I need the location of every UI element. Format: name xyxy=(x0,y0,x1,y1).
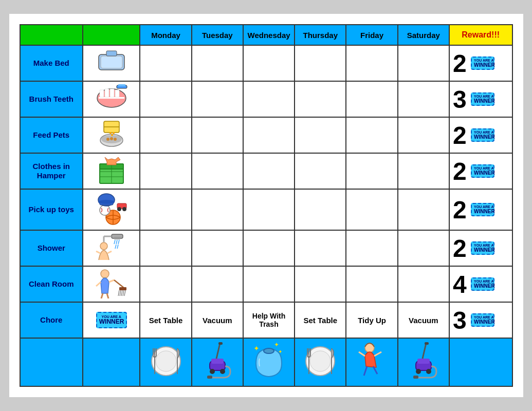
svg-point-71 xyxy=(220,369,225,374)
wednesday-feed-pets[interactable] xyxy=(243,117,295,153)
svg-rect-68 xyxy=(218,342,223,345)
tuesday-feed-pets[interactable] xyxy=(192,117,243,153)
plate-utensils-svg xyxy=(145,341,187,382)
reward-ticket: YOU ARE A WINNER xyxy=(471,57,494,70)
svg-rect-5 xyxy=(100,90,104,97)
thursday-make-bed[interactable] xyxy=(295,45,346,81)
monday-chore-task[interactable]: Set Table xyxy=(140,302,191,338)
thursday-pick-up-toys[interactable] xyxy=(295,189,346,230)
ticket-line2: WINNER xyxy=(474,170,491,176)
wednesday-clothes-hamper[interactable] xyxy=(243,153,295,189)
reward-chore: 3 YOU ARE A WINNER xyxy=(449,302,512,338)
ticket-line1: YOU ARE A xyxy=(474,279,491,284)
wednesday-brush-teeth[interactable] xyxy=(243,81,295,117)
tuesday-clothes-hamper[interactable] xyxy=(192,153,243,189)
friday-clean-room[interactable] xyxy=(346,266,397,302)
ticket-line2: WINNER xyxy=(474,247,491,253)
wednesday-clean-room[interactable] xyxy=(243,266,295,302)
saturday-brush-teeth[interactable] xyxy=(398,81,449,117)
svg-rect-4 xyxy=(99,97,124,99)
svg-line-58 xyxy=(124,290,125,296)
img-row-icon xyxy=(83,338,140,386)
friday-chore-task[interactable]: Tidy Up xyxy=(346,302,397,338)
svg-rect-2 xyxy=(106,51,117,56)
svg-point-33 xyxy=(117,207,121,211)
chore-chart: Monday Tuesday Wednesday Thursday Friday… xyxy=(9,14,523,397)
ticket-line2: WINNER xyxy=(99,319,124,325)
svg-text:✦: ✦ xyxy=(253,344,260,352)
svg-line-50 xyxy=(101,293,103,298)
svg-point-18 xyxy=(109,132,112,134)
friday-brush-teeth[interactable] xyxy=(346,81,397,117)
friday-make-bed[interactable] xyxy=(346,45,397,81)
wednesday-make-bed[interactable] xyxy=(243,45,295,81)
friday-feed-pets[interactable] xyxy=(346,117,397,153)
thursday-brush-teeth[interactable] xyxy=(295,81,346,117)
reward-ticket: YOU ARE A WINNER xyxy=(471,128,494,142)
thursday-shower[interactable] xyxy=(295,230,346,266)
chore-shower: Shower xyxy=(20,230,83,266)
table-row: Shower xyxy=(20,230,512,266)
svg-point-31 xyxy=(98,200,115,204)
teeth-icon-svg xyxy=(94,83,130,114)
tuesday-chore-task[interactable]: Vacuum xyxy=(192,302,243,338)
reward-ticket: YOU ARE A WINNER xyxy=(471,313,494,327)
svg-point-17 xyxy=(114,138,117,141)
monday-pick-up-toys[interactable] xyxy=(140,189,191,230)
table-row: Chore YOU ARE A WINNER Set Table Vacuum … xyxy=(20,302,512,338)
svg-rect-36 xyxy=(114,237,120,239)
friday-clothes-hamper[interactable] xyxy=(346,153,397,189)
monday-brush-teeth[interactable] xyxy=(140,81,191,117)
saturday-clothes-hamper[interactable] xyxy=(398,153,449,189)
ticket-line2: WINNER xyxy=(474,283,491,289)
svg-rect-90 xyxy=(425,342,429,345)
tuesday-shower[interactable] xyxy=(192,230,243,266)
reward-number: 3 xyxy=(453,85,467,114)
saturday-shower[interactable] xyxy=(398,230,449,266)
icon-brush-teeth xyxy=(83,81,140,117)
svg-line-46 xyxy=(107,251,112,253)
tuesday-clean-room[interactable] xyxy=(192,266,243,302)
monday-clothes-hamper[interactable] xyxy=(140,153,191,189)
tuesday-pick-up-toys[interactable] xyxy=(192,189,243,230)
saturday-pick-up-toys[interactable] xyxy=(398,189,449,230)
monday-clean-room[interactable] xyxy=(140,266,191,302)
monday-make-bed[interactable] xyxy=(140,45,191,81)
img-wednesday-trash: ✦ ✦ ✦ xyxy=(243,338,295,386)
shower-icon-svg xyxy=(94,232,130,263)
wednesday-shower[interactable] xyxy=(243,230,295,266)
svg-point-92 xyxy=(416,369,421,374)
friday-pick-up-toys[interactable] xyxy=(346,189,397,230)
trash-bag-svg: ✦ ✦ ✦ xyxy=(248,341,289,382)
svg-line-41 xyxy=(118,240,119,244)
svg-point-77 xyxy=(310,351,331,371)
friday-shower[interactable] xyxy=(346,230,397,266)
saturday-feed-pets[interactable] xyxy=(398,117,449,153)
saturday-make-bed[interactable] xyxy=(398,45,449,81)
reward-number: 2 xyxy=(453,234,467,263)
wednesday-pick-up-toys[interactable] xyxy=(243,189,295,230)
wednesday-chore-task[interactable]: Help With Trash xyxy=(243,302,295,338)
thursday-feed-pets[interactable] xyxy=(295,117,346,153)
icon-shower xyxy=(83,230,140,266)
tuesday-make-bed[interactable] xyxy=(192,45,243,81)
svg-line-39 xyxy=(114,240,115,244)
header-reward: Reward!!! xyxy=(449,25,512,45)
svg-point-93 xyxy=(426,369,431,374)
saturday-chore-task[interactable]: Vacuum xyxy=(398,302,449,338)
icon-make-bed xyxy=(83,45,140,81)
monday-feed-pets[interactable] xyxy=(140,117,191,153)
thursday-clean-room[interactable] xyxy=(295,266,346,302)
ticket-line1: YOU ARE A xyxy=(474,244,491,248)
thursday-chore-task[interactable]: Set Table xyxy=(295,302,346,338)
saturday-clean-room[interactable] xyxy=(398,266,449,302)
monday-shower[interactable] xyxy=(140,230,191,266)
header-chore-cell xyxy=(20,25,83,45)
table-row: Clothes in Hamper xyxy=(20,153,512,189)
svg-rect-53 xyxy=(119,287,126,290)
tuesday-brush-teeth[interactable] xyxy=(192,81,243,117)
icon-clothes-hamper xyxy=(83,153,140,189)
thursday-clothes-hamper[interactable] xyxy=(295,153,346,189)
table-row: Feed Pets xyxy=(20,117,512,153)
svg-line-85 xyxy=(364,366,367,376)
